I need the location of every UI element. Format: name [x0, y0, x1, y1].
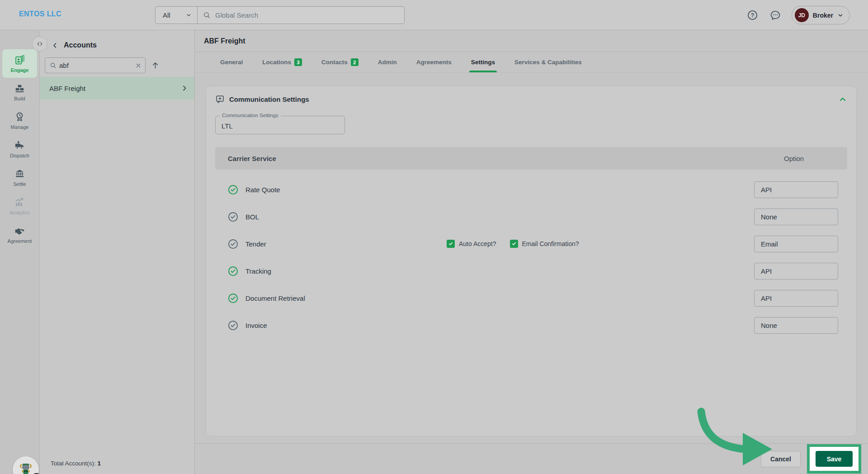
- accounts-search-box: [45, 57, 146, 73]
- account-name: ABF Freight: [49, 85, 85, 92]
- sidebar-item-label: Engage: [11, 67, 29, 73]
- chat-bubble-icon: [769, 9, 781, 21]
- collapse-section-icon[interactable]: [838, 95, 847, 104]
- option-select-document-retrieval[interactable]: API: [754, 290, 838, 307]
- agreement-icon: [14, 225, 25, 237]
- main-content: ABF Freight General Locations3 Contacts2…: [195, 30, 868, 474]
- sidebar-item-label: Manage: [11, 124, 29, 130]
- user-menu[interactable]: JD Broker: [792, 6, 850, 24]
- settle-icon: [14, 168, 25, 180]
- clear-search-icon[interactable]: [135, 62, 142, 69]
- table-row-tracking: Tracking API: [215, 257, 847, 284]
- communication-settings-card: Communication Settings Communication Set…: [206, 86, 857, 436]
- communication-settings-input[interactable]: [216, 116, 344, 134]
- option-select-tender[interactable]: Email: [754, 236, 838, 252]
- sidebar-item-label: Agreement: [8, 238, 32, 244]
- check-circle-icon: [228, 293, 238, 303]
- check-circle-icon: [228, 266, 238, 276]
- chevron-down-icon: [837, 12, 844, 19]
- checkbox-checked-icon: [510, 240, 518, 248]
- table-row-invoice: Invoice None: [215, 312, 847, 339]
- sort-up-arrow-icon[interactable]: [151, 61, 160, 70]
- avatar: JD: [795, 8, 809, 22]
- panel-title: Accounts: [64, 41, 97, 49]
- option-select-bol[interactable]: None: [754, 209, 838, 225]
- sidebar-item-label: Analytics: [9, 210, 29, 215]
- chevron-down-icon: [186, 12, 192, 18]
- robot-icon: [18, 461, 34, 474]
- tab-general[interactable]: General: [220, 52, 243, 72]
- save-highlight-annotation: Save: [807, 444, 861, 474]
- sidebar-item-label: Build: [14, 96, 25, 101]
- communication-settings-field: Communication Settings: [215, 116, 345, 134]
- brand-logo[interactable]: ENTOS LLC: [19, 10, 61, 18]
- sidebar-item-analytics[interactable]: Analytics: [0, 192, 39, 220]
- tab-contacts[interactable]: Contacts2: [321, 52, 359, 72]
- engage-icon: [14, 54, 25, 66]
- check-circle-icon: [228, 239, 238, 249]
- message-plus-icon: [215, 95, 225, 104]
- auto-accept-checkbox[interactable]: Auto Accept?: [447, 240, 496, 248]
- global-search-input[interactable]: [211, 7, 404, 24]
- tab-settings[interactable]: Settings: [471, 52, 495, 72]
- tab-agreements[interactable]: Agreements: [416, 52, 452, 72]
- search-scope-value: All: [163, 11, 170, 19]
- table-row-bol: BOL None: [215, 203, 847, 230]
- back-chevron-icon[interactable]: [52, 42, 58, 49]
- assistant-avatar[interactable]: 9: [13, 456, 39, 474]
- search-icon: [50, 62, 57, 69]
- total-accounts-label: Total Account(s):: [51, 460, 96, 467]
- sidebar-item-manage[interactable]: Manage: [0, 106, 39, 135]
- form-footer: Cancel Save: [195, 443, 868, 474]
- accounts-search-input[interactable]: [57, 62, 135, 69]
- dispatch-icon: [14, 140, 25, 151]
- tab-services-capabilities[interactable]: Services & Capabilities: [514, 52, 582, 72]
- tab-bar: General Locations3 Contacts2 Admin Agree…: [195, 52, 868, 73]
- field-label: Communication Settings: [220, 113, 281, 118]
- accounts-footer: Total Account(s): 1: [51, 460, 101, 467]
- option-select-tracking[interactable]: API: [754, 263, 838, 280]
- sidebar-item-engage[interactable]: Engage: [2, 49, 37, 78]
- option-select-invoice[interactable]: None: [754, 317, 838, 334]
- chevron-right-icon: [181, 85, 188, 92]
- divider: [197, 7, 198, 24]
- total-accounts-count: 1: [98, 460, 101, 467]
- locations-count-badge: 3: [294, 58, 302, 66]
- cancel-button[interactable]: Cancel: [761, 451, 801, 467]
- sidebar-item-label: Settle: [13, 181, 26, 187]
- save-button[interactable]: Save: [816, 451, 853, 467]
- top-header: ENTOS LLC All ? JD Broker: [0, 0, 868, 30]
- contacts-count-badge: 2: [351, 58, 359, 66]
- tab-admin[interactable]: Admin: [378, 52, 397, 72]
- header-actions: ? JD Broker: [746, 0, 850, 30]
- help-button[interactable]: ?: [746, 9, 759, 22]
- check-circle-icon: [228, 212, 238, 222]
- search-scope-select[interactable]: All: [156, 7, 197, 24]
- svg-text:?: ?: [751, 12, 755, 19]
- table-row-document-retrieval: Document Retrieval API: [215, 284, 847, 312]
- check-circle-icon: [228, 185, 238, 195]
- column-carrier-service: Carrier Service: [215, 155, 754, 162]
- option-select-rate-quote[interactable]: API: [754, 181, 838, 198]
- code-chevrons-icon: [36, 40, 43, 47]
- chat-button[interactable]: [769, 9, 782, 22]
- analytics-icon: [14, 197, 25, 208]
- table-header: Carrier Service Option: [215, 147, 847, 170]
- check-circle-icon: [228, 320, 238, 331]
- page-title: ABF Freight: [204, 37, 245, 45]
- sidebar-item-dispatch[interactable]: Dispatch: [0, 135, 39, 163]
- email-confirmation-checkbox[interactable]: Email Confirmation?: [510, 240, 579, 248]
- checkbox-checked-icon: [447, 240, 455, 248]
- sidebar-item-settle[interactable]: Settle: [0, 163, 39, 192]
- sidebar-item-agreement[interactable]: Agreement: [0, 220, 39, 249]
- build-icon: [14, 83, 25, 94]
- table-row-rate-quote: Rate Quote API: [215, 176, 847, 203]
- panel-collapse-button[interactable]: [32, 36, 47, 52]
- accounts-panel: Accounts ABF Freight Total Account(s): 1: [40, 30, 195, 474]
- tab-locations[interactable]: Locations3: [262, 52, 302, 72]
- account-list-item[interactable]: ABF Freight: [40, 77, 194, 100]
- table-row-tender: Tender Auto Accept? Email Confirmation?: [215, 230, 847, 257]
- sidebar-item-build[interactable]: Build: [0, 78, 39, 106]
- side-navigation: Engage Build Manage Dispatch Settle Anal…: [0, 30, 40, 474]
- help-icon: ?: [747, 9, 758, 21]
